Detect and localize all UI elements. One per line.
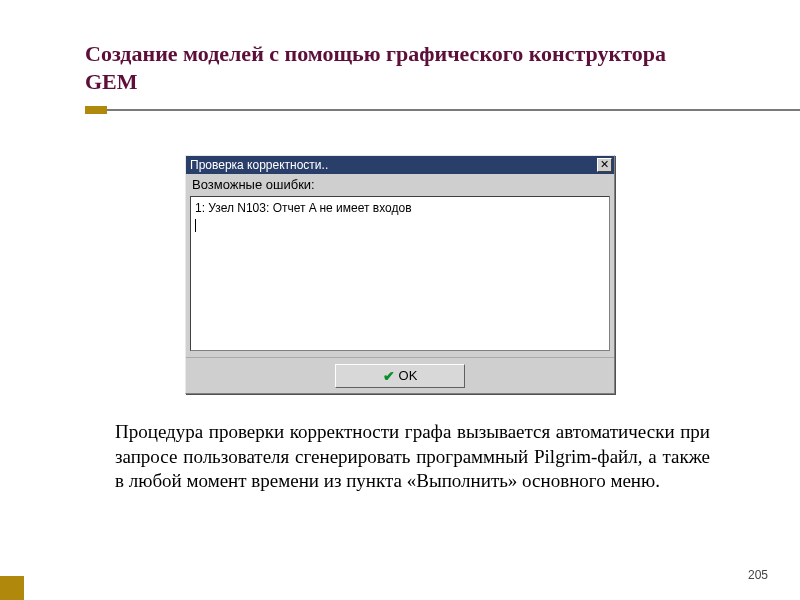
close-button[interactable]: ✕ xyxy=(597,158,612,172)
error-dialog: Проверка корректности.. ✕ Возможные ошиб… xyxy=(185,155,615,394)
dialog-button-bar: ✔ OK xyxy=(186,357,614,393)
cursor-line xyxy=(195,216,605,232)
close-icon: ✕ xyxy=(600,158,609,170)
text-cursor xyxy=(195,219,196,232)
slide-title: Создание моделей с помощью графического … xyxy=(85,40,715,95)
ok-button-label: OK xyxy=(399,368,418,383)
title-divider xyxy=(107,109,800,111)
dialog-titlebar: Проверка корректности.. ✕ xyxy=(186,156,614,174)
dialog-title: Проверка корректности.. xyxy=(190,158,328,172)
page-number: 205 xyxy=(748,568,768,582)
errors-listbox[interactable]: 1: Узел N103: Отчет A не имеет входов xyxy=(190,196,610,351)
errors-group-label: Возможные ошибки: xyxy=(186,174,614,196)
ok-button[interactable]: ✔ OK xyxy=(335,364,465,388)
corner-accent xyxy=(0,576,24,600)
check-icon: ✔ xyxy=(383,369,395,383)
slide-body-text: Процедура проверки корректности графа вы… xyxy=(115,420,710,494)
error-item: 1: Узел N103: Отчет A не имеет входов xyxy=(195,200,605,216)
title-accent-block xyxy=(85,106,107,114)
